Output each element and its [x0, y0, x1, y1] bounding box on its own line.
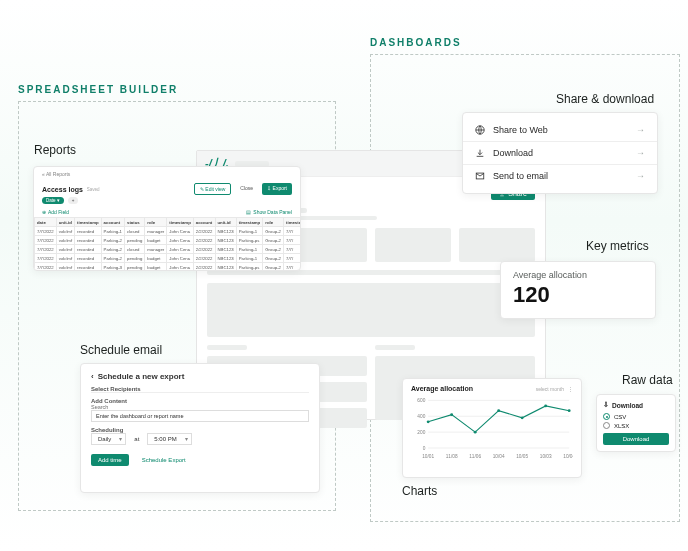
svg-text:600: 600: [417, 398, 425, 403]
raw-title: ⇩Download: [603, 401, 669, 409]
table-row[interactable]: 7/7/2022volclmfrecordedParking-1closedma…: [35, 227, 302, 236]
time-select[interactable]: 5:00 PM: [147, 433, 191, 445]
download-icon: ⇩: [603, 401, 609, 409]
download-icon: [475, 148, 485, 158]
metric-value: 120: [513, 282, 643, 308]
share-download-label: Share & download: [556, 92, 654, 106]
share-item-email[interactable]: Send to email →: [463, 164, 657, 187]
reports-card: « All Reports Access logs Saved ✎ Edit v…: [33, 166, 301, 271]
kebab-icon[interactable]: ⋮: [568, 386, 573, 392]
svg-text:10/04: 10/04: [563, 454, 573, 459]
schedule-email-label: Schedule email: [80, 343, 162, 357]
key-metrics-label: Key metrics: [586, 239, 649, 253]
arrow-right-icon: →: [636, 125, 645, 135]
svg-text:200: 200: [417, 430, 425, 435]
raw-option[interactable]: XLSX: [603, 422, 669, 429]
table-header: timestamp: [236, 218, 263, 227]
share-item-label: Send to email: [493, 171, 548, 181]
svg-text:10/01: 10/01: [422, 454, 434, 459]
share-item-label: Share to Web: [493, 125, 548, 135]
svg-text:10/05: 10/05: [516, 454, 528, 459]
svg-text:0: 0: [423, 446, 426, 451]
table-header: unit-id: [215, 218, 236, 227]
line-chart: 020040060010/0111/0811/0610/0410/0510/03…: [411, 395, 573, 461]
table-header: timestamp: [284, 218, 301, 227]
report-table: dateunit-idtimestampaccountstatusroletim…: [34, 217, 301, 271]
svg-point-12: [474, 431, 477, 434]
svg-text:11/08: 11/08: [446, 454, 458, 459]
radio-icon: [603, 413, 610, 420]
export-button[interactable]: ⇩ Export: [262, 183, 292, 195]
key-metric-card: Average allocation 120: [500, 261, 656, 319]
raw-data-card: ⇩Download CSVXLSX Download: [596, 394, 676, 452]
table-header: date: [35, 218, 57, 227]
add-filter-pill[interactable]: +: [68, 197, 79, 204]
raw-option-label: XLSX: [614, 423, 629, 429]
svg-point-16: [568, 409, 571, 412]
add-field-button[interactable]: ⊕ Add Field: [42, 209, 69, 215]
svg-text:400: 400: [417, 414, 425, 419]
svg-point-13: [497, 409, 500, 412]
raw-option-label: CSV: [614, 414, 626, 420]
table-header: role: [263, 218, 284, 227]
breadcrumb[interactable]: « All Reports: [34, 167, 300, 177]
svg-point-11: [450, 413, 453, 416]
table-header: account: [101, 218, 124, 227]
date-filter-pill[interactable]: Date ▾: [42, 197, 64, 204]
charts-label: Charts: [402, 484, 437, 498]
report-title: Access logs: [42, 186, 83, 193]
share-item-download[interactable]: Download →: [463, 141, 657, 164]
edit-view-button[interactable]: ✎ Edit view: [194, 183, 231, 195]
svg-point-14: [521, 416, 524, 419]
close-button[interactable]: Close: [235, 183, 258, 195]
svg-text:11/06: 11/06: [469, 454, 481, 459]
share-download-panel: Share to Web → Download → Send to email …: [462, 112, 658, 194]
reports-label: Reports: [34, 143, 76, 157]
arrow-right-icon: →: [636, 148, 645, 158]
schedule-email-card: ‹Schedule a new export Select Recipients…: [80, 363, 320, 493]
show-data-panel-button[interactable]: ▤ Show Data Panel: [246, 209, 292, 215]
radio-icon: [603, 422, 610, 429]
share-item-label: Download: [493, 148, 533, 158]
schedule-title: ‹Schedule a new export: [91, 372, 309, 381]
raw-option[interactable]: CSV: [603, 413, 669, 420]
svg-point-15: [544, 404, 547, 407]
chart-card: Average allocation select month ⋮ 020040…: [402, 378, 582, 478]
table-row[interactable]: 7/7/2022volclmfrecordedParking-3pendingb…: [35, 263, 302, 272]
chart-title: Average allocation: [411, 385, 473, 392]
search-input[interactable]: Enter the dashboard or report name: [91, 410, 309, 422]
table-header: role: [145, 218, 167, 227]
raw-data-label: Raw data: [622, 373, 673, 387]
frequency-select[interactable]: Daily: [91, 433, 126, 445]
table-row[interactable]: 7/7/2022volclmfrecordedParking-2pendingb…: [35, 254, 302, 263]
table-header: unit-id: [56, 218, 74, 227]
dashboards-section-title: DASHBOARDS: [370, 37, 462, 48]
table-row[interactable]: 7/7/2022volclmfrecordedParking-2closedma…: [35, 245, 302, 254]
add-time-button[interactable]: Add time: [91, 454, 129, 466]
svg-text:10/04: 10/04: [493, 454, 505, 459]
download-button[interactable]: Download: [603, 433, 669, 445]
arrow-right-icon: →: [636, 171, 645, 181]
share-item-web[interactable]: Share to Web →: [463, 119, 657, 141]
table-header: status: [125, 218, 145, 227]
svg-point-10: [427, 420, 430, 423]
at-label: at: [134, 436, 139, 442]
table-header: timestamp: [75, 218, 102, 227]
metric-title: Average allocation: [513, 270, 643, 280]
mail-icon: [475, 171, 485, 181]
month-select[interactable]: select month: [536, 386, 564, 392]
table-row[interactable]: 7/7/2022volclmfrecordedParking-2pendingb…: [35, 236, 302, 245]
globe-icon: [475, 125, 485, 135]
svg-text:10/03: 10/03: [540, 454, 552, 459]
table-header: account: [193, 218, 215, 227]
saved-status: Saved: [87, 187, 100, 192]
schedule-export-button[interactable]: Schedule Export: [135, 454, 193, 466]
spreadsheet-section-title: SPREADSHEET BUILDER: [18, 84, 178, 95]
table-header: timestamp: [167, 218, 194, 227]
